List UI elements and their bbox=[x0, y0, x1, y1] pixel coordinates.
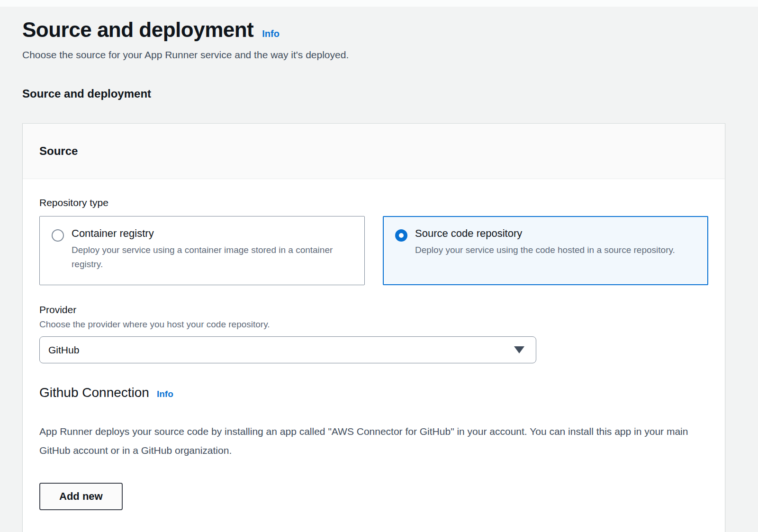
page-title-info-link[interactable]: Info bbox=[262, 28, 280, 39]
provider-label: Provider bbox=[39, 304, 708, 316]
top-strip bbox=[0, 0, 758, 7]
source-card-header: Source bbox=[23, 124, 725, 179]
tile-container-registry[interactable]: Container registry Deploy your service u… bbox=[39, 216, 365, 285]
source-and-deployment-page: Source and deployment Info Choose the so… bbox=[0, 7, 758, 532]
tile-title: Container registry bbox=[72, 227, 352, 240]
provider-select[interactable]: GitHub bbox=[39, 336, 536, 363]
tile-content: Container registry Deploy your service u… bbox=[72, 227, 352, 274]
page-subtitle: Choose the source for your App Runner se… bbox=[22, 49, 725, 61]
repository-type-label: Repository type bbox=[39, 197, 708, 208]
github-connection-description: App Runner deploys your source code by i… bbox=[39, 422, 691, 460]
provider-description: Choose the provider where you host your … bbox=[39, 319, 708, 330]
radio-button-checked-icon[interactable] bbox=[395, 229, 407, 242]
page-title-row: Source and deployment Info bbox=[22, 18, 725, 42]
github-connection-heading: Github Connection bbox=[39, 385, 149, 400]
provider-select-value: GitHub bbox=[48, 344, 79, 356]
repository-type-tiles: Container registry Deploy your service u… bbox=[39, 216, 708, 285]
tile-source-code-repository[interactable]: Source code repository Deploy your servi… bbox=[383, 216, 708, 285]
chevron-down-icon bbox=[514, 346, 524, 353]
source-card: Source Repository type Container registr… bbox=[22, 123, 725, 532]
source-card-title: Source bbox=[39, 144, 78, 158]
section-heading: Source and deployment bbox=[22, 87, 725, 100]
tile-description: Deploy your service using the code hoste… bbox=[415, 243, 675, 257]
github-connection-heading-row: Github Connection Info bbox=[39, 385, 708, 400]
provider-field: Provider Choose the provider where you h… bbox=[39, 304, 708, 363]
tile-content: Source code repository Deploy your servi… bbox=[415, 227, 675, 274]
add-new-button[interactable]: Add new bbox=[39, 483, 123, 510]
github-connection-info-link[interactable]: Info bbox=[157, 389, 173, 399]
tile-description: Deploy your service using a container im… bbox=[72, 243, 352, 271]
tile-title: Source code repository bbox=[415, 227, 675, 240]
radio-button-unchecked-icon[interactable] bbox=[52, 229, 64, 242]
page-title: Source and deployment bbox=[22, 18, 253, 42]
source-card-body: Repository type Container registry Deplo… bbox=[23, 179, 725, 532]
